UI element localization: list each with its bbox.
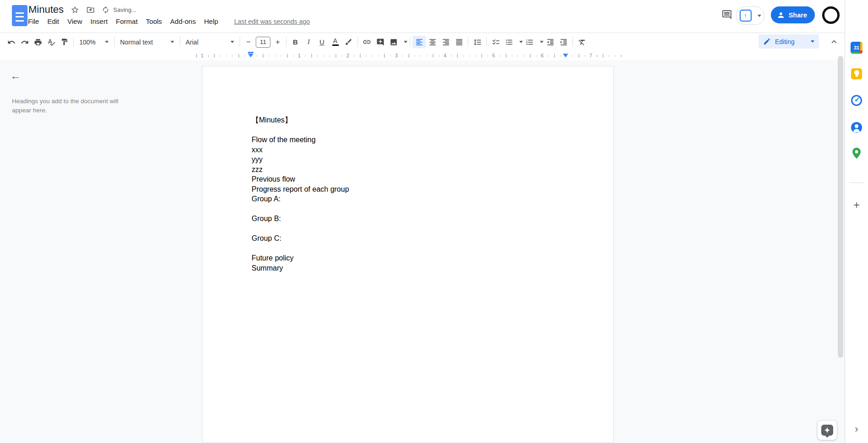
highlight-color-button[interactable] <box>342 36 355 48</box>
sidebar-maps-button[interactable] <box>852 148 861 161</box>
numbered-list-button[interactable] <box>523 36 536 48</box>
doc-title[interactable]: Minutes <box>28 4 64 16</box>
right-indent-marker[interactable] <box>563 52 568 57</box>
open-in-app-button[interactable]: ↑ <box>736 6 764 25</box>
doc-line[interactable]: Future policy <box>252 253 563 263</box>
redo-button[interactable] <box>18 36 31 48</box>
doc-line[interactable]: Summary <box>252 263 563 273</box>
toolbar-separator <box>486 37 487 47</box>
underline-button[interactable]: U <box>315 36 329 48</box>
doc-line[interactable]: Previous flow <box>252 174 563 184</box>
doc-line[interactable]: Group B: <box>252 214 563 224</box>
align-justify-button[interactable] <box>452 36 466 48</box>
toolbar: 100% Normal text Arial − 11 + B I U A <box>0 33 845 51</box>
menu-help[interactable]: Help <box>200 16 222 27</box>
sidebar-calendar-button[interactable]: 31 <box>851 42 863 54</box>
doc-line[interactable] <box>252 204 563 214</box>
doc-line[interactable] <box>252 244 563 254</box>
doc-line[interactable]: Progress report of each group <box>252 184 563 194</box>
insert-image-button[interactable] <box>387 36 400 48</box>
paragraph-style-select[interactable]: Normal text <box>117 36 177 48</box>
doc-line[interactable]: yyy <box>252 155 563 165</box>
ruler-number: 2 <box>345 52 351 59</box>
pencil-icon <box>763 38 771 45</box>
menu-edit[interactable]: Edit <box>43 16 63 27</box>
editing-mode-button[interactable]: Editing <box>758 34 819 49</box>
doc-line[interactable] <box>252 125 563 135</box>
doc-line[interactable]: Group A: <box>252 194 563 204</box>
line-spacing-button[interactable] <box>471 36 484 48</box>
menu-file[interactable]: File <box>24 16 43 27</box>
back-arrow-icon[interactable]: ← <box>10 70 21 81</box>
insert-link-button[interactable] <box>360 36 374 48</box>
menu-insert[interactable]: Insert <box>86 16 112 27</box>
menu-addons[interactable]: Add-ons <box>166 16 200 27</box>
doc-line[interactable]: 【Minutes】 <box>252 115 563 125</box>
chevron-down-icon <box>758 15 761 17</box>
tasks-icon: ✓ <box>851 95 862 106</box>
toolbar-separator <box>286 37 286 47</box>
doc-line[interactable]: xxx <box>252 145 563 155</box>
font-size-input[interactable]: 11 <box>256 37 270 48</box>
add-comment-button[interactable] <box>374 36 387 48</box>
paint-format-button[interactable] <box>58 36 71 48</box>
chevron-down-icon <box>105 41 109 43</box>
doc-line[interactable]: Flow of the meeting <box>252 135 563 145</box>
extension-button[interactable] <box>817 420 837 440</box>
italic-button[interactable]: I <box>302 36 315 48</box>
align-right-button[interactable] <box>439 36 452 48</box>
sidebar-contacts-button[interactable] <box>851 122 862 133</box>
menu-format[interactable]: Format <box>112 16 142 27</box>
vertical-scrollbar[interactable] <box>838 56 843 358</box>
checklist-button[interactable] <box>489 36 502 48</box>
toolbar-separator <box>572 37 573 47</box>
zoom-select[interactable]: 100% <box>76 36 112 48</box>
document-page[interactable]: 【Minutes】 Flow of the meeting xxx yyy zz… <box>202 66 614 443</box>
first-line-indent-marker[interactable] <box>248 52 253 53</box>
decrease-indent-button[interactable] <box>544 36 557 48</box>
star-icon[interactable] <box>71 6 79 14</box>
hide-menus-button[interactable] <box>829 37 839 47</box>
doc-line[interactable]: Group C: <box>252 233 563 244</box>
doc-line[interactable]: zzz <box>252 165 563 175</box>
horizontal-ruler[interactable]: 1 1 2 3 4 5 6 7 <box>192 51 623 60</box>
menu-view[interactable]: View <box>63 16 86 27</box>
doc-line[interactable] <box>252 224 563 234</box>
menu-tools[interactable]: Tools <box>142 16 166 27</box>
print-button[interactable] <box>31 36 44 48</box>
increase-indent-button[interactable] <box>557 36 570 48</box>
align-center-button[interactable] <box>426 36 439 48</box>
bulleted-list-button[interactable] <box>502 36 516 48</box>
clear-formatting-button[interactable] <box>575 36 588 48</box>
sidebar-tasks-button[interactable]: ✓ <box>851 95 862 106</box>
align-left-button[interactable] <box>412 36 426 48</box>
font-size-increase-button[interactable]: + <box>273 38 282 47</box>
comment-history-button[interactable] <box>721 9 733 21</box>
workspace-side-panel: 31 ✓ + › <box>845 0 868 443</box>
content-area: ← Headings you add to the document will … <box>0 60 845 443</box>
share-label: Share <box>789 11 807 19</box>
font-family-select[interactable]: Arial <box>182 36 237 48</box>
chevron-down-icon[interactable] <box>540 41 544 43</box>
toolbar-right: Editing <box>758 34 839 49</box>
undo-button[interactable] <box>5 36 18 48</box>
move-folder-icon[interactable] <box>86 6 95 14</box>
share-button[interactable]: Share <box>771 6 815 23</box>
spellcheck-button[interactable] <box>44 36 58 48</box>
chevron-down-icon[interactable] <box>404 41 407 43</box>
document-text: 【Minutes】 Flow of the meeting xxx yyy zz… <box>252 115 563 273</box>
text-color-button[interactable]: A <box>329 36 342 48</box>
bold-button[interactable]: B <box>289 36 302 48</box>
get-addons-button[interactable]: + <box>853 200 860 210</box>
chevron-down-icon <box>231 41 234 43</box>
sidebar-keep-button[interactable] <box>851 68 862 79</box>
ruler-number: 3 <box>394 52 399 59</box>
hide-side-panel-button[interactable]: › <box>855 424 858 434</box>
last-edit-link[interactable]: Last edit was seconds ago <box>234 18 310 25</box>
font-size-decrease-button[interactable]: − <box>244 38 253 47</box>
chevron-down-icon[interactable] <box>519 41 523 43</box>
account-avatar[interactable] <box>822 6 840 24</box>
toolbar-separator <box>410 37 410 47</box>
left-indent-marker[interactable] <box>248 52 253 57</box>
chevron-up-icon <box>829 37 839 47</box>
